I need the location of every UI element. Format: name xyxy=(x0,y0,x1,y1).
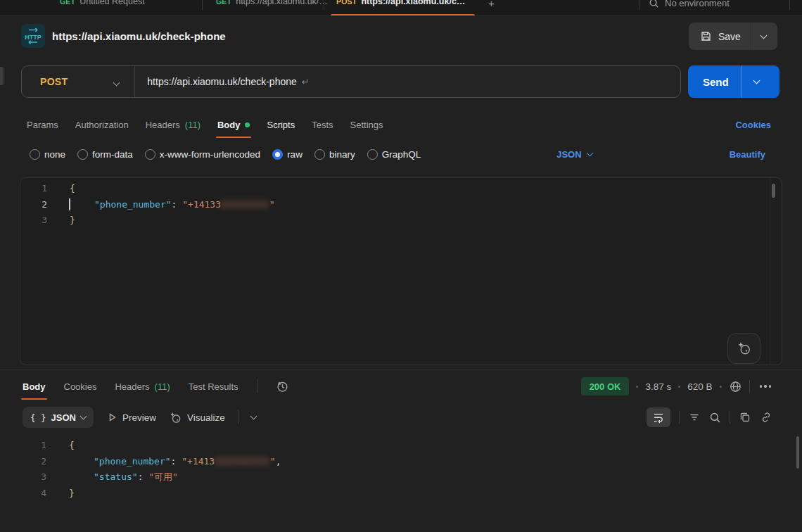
code-line: 3 } xyxy=(20,213,782,229)
json-value: "+1413 xyxy=(182,456,215,467)
wrap-text-icon xyxy=(652,411,665,424)
url-bar: POST https://api.xiaomu.uk/check-phone ↵ xyxy=(21,65,681,98)
send-button[interactable]: Send xyxy=(688,65,779,98)
method-selector-chevron[interactable] xyxy=(114,77,119,87)
format-selector[interactable]: JSON xyxy=(556,149,592,160)
chevron-down-icon xyxy=(80,413,87,420)
open-brace: { xyxy=(70,183,75,194)
request-tab-active[interactable]: POSThttps://api.xiaomu.uk/c… xyxy=(336,0,465,6)
tab-tests[interactable]: Tests xyxy=(312,111,333,138)
method-badge-get: GET xyxy=(216,0,231,6)
cookies-link[interactable]: Cookies xyxy=(735,111,771,138)
response-tab-body[interactable]: Body xyxy=(23,373,46,400)
environment-selector[interactable]: No environment xyxy=(649,0,730,8)
response-scrollbar-thumb[interactable] xyxy=(796,436,799,469)
status-badge[interactable]: 200 OK xyxy=(581,377,630,395)
meta-separator-dot xyxy=(678,386,680,388)
json-value: "可用" xyxy=(148,471,178,482)
headers-count: (11) xyxy=(155,381,170,392)
radio-circle xyxy=(367,149,378,160)
visualize-button[interactable]: Visualize xyxy=(169,411,225,424)
search-icon[interactable] xyxy=(709,412,721,424)
preview-button[interactable]: Preview xyxy=(106,412,156,423)
meta-separator-dot xyxy=(720,386,722,388)
code-line: 4 } xyxy=(20,486,787,502)
line-number: 1 xyxy=(20,438,51,454)
radio-urlencoded[interactable]: x-www-form-urlencoded xyxy=(145,149,260,160)
scrollbar-thumb[interactable] xyxy=(772,184,775,198)
tab-label: Settings xyxy=(350,120,383,130)
send-options-button[interactable] xyxy=(741,80,772,83)
response-format-selector[interactable]: { } JSON xyxy=(23,407,94,428)
active-tab-underline xyxy=(21,398,47,400)
save-icon xyxy=(700,30,712,42)
enter-hint: ↵ xyxy=(302,77,310,87)
radio-circle xyxy=(314,149,325,160)
code-line: 1 { xyxy=(20,438,787,454)
chevron-down-icon xyxy=(113,79,120,86)
sidebar-edge-handle[interactable] xyxy=(0,67,4,85)
filter-icon[interactable] xyxy=(688,411,701,424)
copy-icon[interactable] xyxy=(739,411,751,424)
line-number-active: 2 xyxy=(20,197,51,213)
radio-form-data[interactable]: form-data xyxy=(77,149,133,160)
radio-label: form-data xyxy=(92,149,133,160)
response-tab-test-results[interactable]: Test Results xyxy=(189,373,238,400)
chevron-down-icon[interactable] xyxy=(250,413,257,420)
tab-scripts[interactable]: Scripts xyxy=(267,111,295,138)
toolbar-divider xyxy=(679,411,680,424)
tab-label: Headers xyxy=(146,120,180,130)
tab-authorization[interactable]: Authorization xyxy=(75,111,129,138)
body-type-row: none form-data x-www-form-urlencoded raw… xyxy=(0,141,802,167)
response-tools-right xyxy=(647,405,772,429)
scrollbar-track xyxy=(770,178,770,365)
request-title: https://api.xiaomu.uk/check-phone xyxy=(52,16,226,56)
close-brace: } xyxy=(69,488,75,498)
tab-settings[interactable]: Settings xyxy=(350,111,383,138)
tab-divider xyxy=(789,0,790,10)
beautify-link[interactable]: Beautify xyxy=(730,141,765,167)
code-area: 1 { 2 "phone_number": "+141330000000" 3 … xyxy=(20,178,782,229)
more-options-icon[interactable] xyxy=(757,385,775,388)
tab-divider xyxy=(639,0,639,10)
line-number: 3 xyxy=(20,469,51,486)
chevron-down-icon xyxy=(760,32,768,39)
key-value-separator: : xyxy=(171,456,182,467)
url-input[interactable]: https://api.xiaomu.uk/check-phone xyxy=(147,76,296,87)
method-selector[interactable]: POST xyxy=(40,76,68,87)
meta-divider xyxy=(749,380,750,393)
radio-label: none xyxy=(44,149,65,160)
tab-label: Body xyxy=(217,120,241,130)
wrap-text-button[interactable] xyxy=(647,407,670,427)
response-tab-headers[interactable]: Headers(11) xyxy=(115,373,170,400)
postbot-button[interactable] xyxy=(727,333,760,364)
redacted-phone-digits: 0000000 xyxy=(221,199,269,210)
braces-icon: { } xyxy=(30,412,46,423)
response-time[interactable]: 3.87 s xyxy=(645,381,671,392)
tab-divider xyxy=(324,0,324,10)
link-icon[interactable] xyxy=(760,411,772,424)
radio-graphql[interactable]: GraphQL xyxy=(367,149,421,160)
radio-label: x-www-form-urlencoded xyxy=(160,149,260,160)
radio-raw[interactable]: raw xyxy=(272,149,303,160)
save-options-button[interactable] xyxy=(751,35,777,38)
response-size[interactable]: 620 B xyxy=(687,381,712,392)
open-brace: { xyxy=(69,440,75,450)
tab-label: Untitled Request xyxy=(79,0,144,6)
request-tab-1[interactable]: GETUntitled Request xyxy=(60,0,145,6)
response-body-viewer: 1 { 2 "phone_number": "+141300000000", 3… xyxy=(20,435,787,501)
globe-icon[interactable] xyxy=(729,380,742,393)
radio-binary[interactable]: binary xyxy=(314,149,355,160)
tab-params[interactable]: Params xyxy=(27,111,58,138)
tab-body[interactable]: Body xyxy=(217,111,250,138)
new-tab-button[interactable]: + xyxy=(488,0,495,9)
response-tab-cookies[interactable]: Cookies xyxy=(64,373,97,400)
tab-label: Body xyxy=(23,381,46,392)
tab-headers[interactable]: Headers(11) xyxy=(146,111,200,138)
request-body-editor[interactable]: 1 { 2 "phone_number": "+141330000000" 3 … xyxy=(20,177,782,365)
history-icon[interactable] xyxy=(276,380,289,393)
line-number: 3 xyxy=(20,213,51,229)
radio-none[interactable]: none xyxy=(30,149,65,160)
save-button[interactable]: Save xyxy=(689,23,777,50)
request-tab-2[interactable]: GEThttps://api.xiaomu.uk/… xyxy=(216,0,328,6)
